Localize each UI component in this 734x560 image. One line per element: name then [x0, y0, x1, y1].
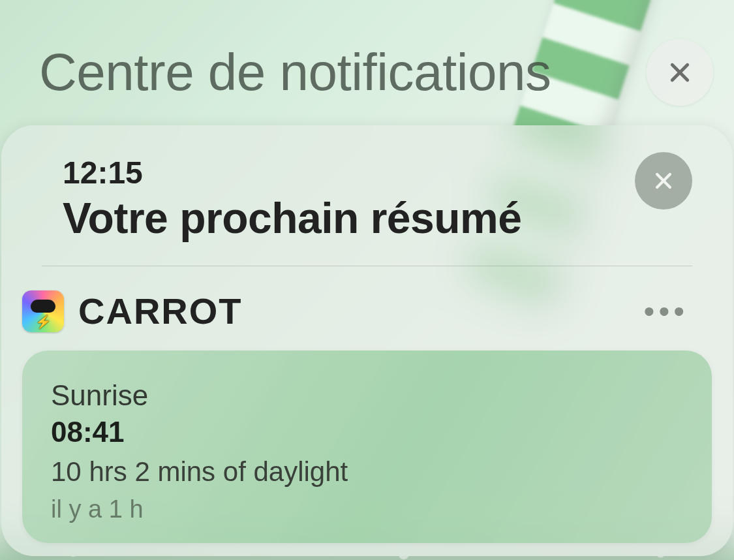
notification-body: 10 hrs 2 mins of daylight — [51, 456, 680, 488]
notification-item[interactable]: Sunrise 08:41 10 hrs 2 mins of daylight … — [22, 350, 712, 543]
app-header-row: ⚡ CARROT ••• — [22, 266, 712, 350]
ellipsis-icon: ••• — [644, 294, 688, 328]
notification-timestamp: il y a 1 h — [51, 495, 680, 523]
summary-header: 12:15 Votre prochain résumé — [22, 155, 712, 266]
app-identity: ⚡ CARROT — [22, 290, 243, 332]
carrot-app-icon: ⚡ — [22, 290, 64, 332]
summary-title: Votre prochain résumé — [63, 193, 521, 243]
close-icon — [667, 59, 693, 86]
dismiss-summary-button[interactable] — [635, 152, 692, 210]
summary-time: 12:15 — [63, 155, 521, 191]
close-icon — [652, 170, 675, 192]
more-options-button[interactable]: ••• — [640, 296, 692, 327]
page-title: Centre de notifications — [39, 42, 551, 102]
notification-time: 08:41 — [51, 416, 680, 448]
close-button[interactable] — [647, 39, 713, 106]
summary-card[interactable]: 12:15 Votre prochain résumé ⚡ CARROT •••… — [1, 125, 733, 556]
app-name: CARROT — [78, 290, 243, 332]
summary-text-block: 12:15 Votre prochain résumé — [63, 155, 521, 243]
notification-title: Sunrise — [51, 379, 680, 412]
notification-center-header: Centre de notifications — [0, 0, 734, 125]
